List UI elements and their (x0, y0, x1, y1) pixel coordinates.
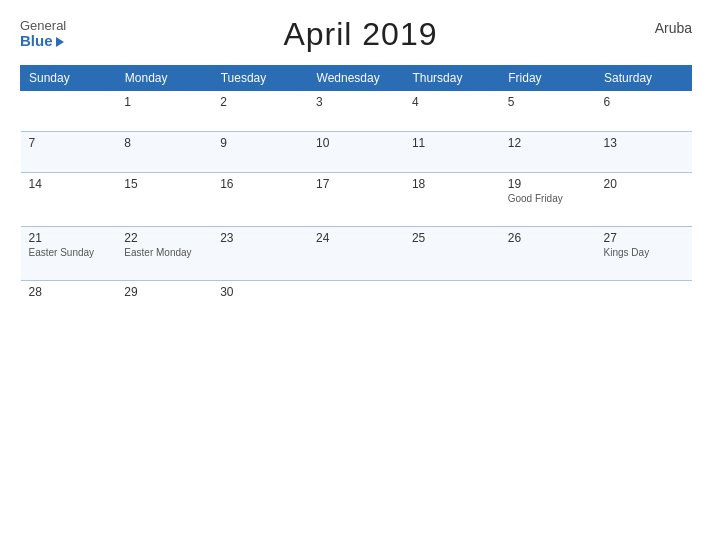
day-number: 28 (29, 285, 109, 299)
logo-general-text: General (20, 19, 66, 33)
day-number: 26 (508, 231, 588, 245)
calendar-cell: 14 (21, 173, 117, 227)
calendar-week-row: 141516171819Good Friday20 (21, 173, 692, 227)
calendar-cell: 4 (404, 91, 500, 132)
day-number: 15 (124, 177, 204, 191)
weekday-header-thursday: Thursday (404, 66, 500, 91)
day-event: Good Friday (508, 193, 588, 204)
calendar-cell: 18 (404, 173, 500, 227)
calendar-cell: 27Kings Day (596, 227, 692, 281)
calendar-week-row: 21Easter Sunday22Easter Monday2324252627… (21, 227, 692, 281)
day-number: 16 (220, 177, 300, 191)
weekday-header-monday: Monday (116, 66, 212, 91)
calendar-cell: 9 (212, 132, 308, 173)
calendar-cell: 21Easter Sunday (21, 227, 117, 281)
day-number: 9 (220, 136, 300, 150)
day-number: 25 (412, 231, 492, 245)
calendar-cell: 12 (500, 132, 596, 173)
weekday-header-friday: Friday (500, 66, 596, 91)
weekday-header-saturday: Saturday (596, 66, 692, 91)
day-number: 2 (220, 95, 300, 109)
day-number: 21 (29, 231, 109, 245)
day-number: 29 (124, 285, 204, 299)
weekday-header-wednesday: Wednesday (308, 66, 404, 91)
day-event: Kings Day (604, 247, 684, 258)
day-number: 22 (124, 231, 204, 245)
day-number: 8 (124, 136, 204, 150)
day-number: 1 (124, 95, 204, 109)
calendar-cell: 2 (212, 91, 308, 132)
weekday-header-sunday: Sunday (21, 66, 117, 91)
weekday-header-row: SundayMondayTuesdayWednesdayThursdayFrid… (21, 66, 692, 91)
day-number: 6 (604, 95, 684, 109)
day-number: 27 (604, 231, 684, 245)
day-number: 30 (220, 285, 300, 299)
calendar-cell: 3 (308, 91, 404, 132)
calendar-cell: 25 (404, 227, 500, 281)
calendar-cell (21, 91, 117, 132)
calendar-week-row: 123456 (21, 91, 692, 132)
calendar-table: SundayMondayTuesdayWednesdayThursdayFrid… (20, 65, 692, 321)
calendar-cell: 30 (212, 281, 308, 322)
calendar-cell: 15 (116, 173, 212, 227)
day-number: 17 (316, 177, 396, 191)
logo: General Blue (20, 19, 66, 50)
calendar-cell (596, 281, 692, 322)
calendar-cell: 23 (212, 227, 308, 281)
calendar-cell: 29 (116, 281, 212, 322)
calendar-cell: 13 (596, 132, 692, 173)
calendar-cell: 26 (500, 227, 596, 281)
day-number: 14 (29, 177, 109, 191)
day-number: 20 (604, 177, 684, 191)
day-number: 12 (508, 136, 588, 150)
calendar-cell: 24 (308, 227, 404, 281)
calendar-cell: 17 (308, 173, 404, 227)
calendar-cell (500, 281, 596, 322)
weekday-header-tuesday: Tuesday (212, 66, 308, 91)
calendar-cell: 5 (500, 91, 596, 132)
calendar-week-row: 282930 (21, 281, 692, 322)
calendar-cell (308, 281, 404, 322)
day-number: 24 (316, 231, 396, 245)
day-event: Easter Sunday (29, 247, 109, 258)
day-event: Easter Monday (124, 247, 204, 258)
calendar-week-row: 78910111213 (21, 132, 692, 173)
day-number: 23 (220, 231, 300, 245)
calendar-cell (404, 281, 500, 322)
calendar-title: April 2019 (283, 16, 437, 53)
calendar-cell: 8 (116, 132, 212, 173)
day-number: 13 (604, 136, 684, 150)
calendar-cell: 16 (212, 173, 308, 227)
day-number: 4 (412, 95, 492, 109)
calendar-cell: 1 (116, 91, 212, 132)
calendar-cell: 11 (404, 132, 500, 173)
calendar-cell: 20 (596, 173, 692, 227)
logo-blue-text: Blue (20, 33, 64, 50)
page-header: General Blue April 2019 Aruba (20, 16, 692, 53)
country-label: Aruba (655, 20, 692, 36)
day-number: 7 (29, 136, 109, 150)
day-number: 10 (316, 136, 396, 150)
calendar-cell: 19Good Friday (500, 173, 596, 227)
calendar-cell: 6 (596, 91, 692, 132)
day-number: 11 (412, 136, 492, 150)
day-number: 5 (508, 95, 588, 109)
day-number: 18 (412, 177, 492, 191)
calendar-cell: 10 (308, 132, 404, 173)
day-number: 19 (508, 177, 588, 191)
day-number: 3 (316, 95, 396, 109)
calendar-cell: 28 (21, 281, 117, 322)
logo-triangle-icon (56, 37, 64, 47)
calendar-cell: 22Easter Monday (116, 227, 212, 281)
calendar-cell: 7 (21, 132, 117, 173)
